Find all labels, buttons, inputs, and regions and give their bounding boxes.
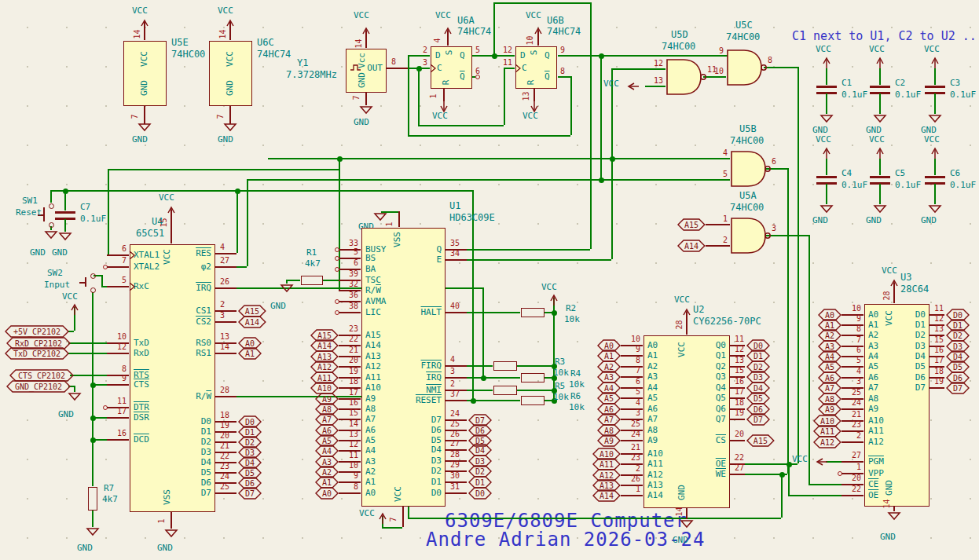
gnd-symbol[interactable] [45,231,57,240]
vcc-symbol[interactable] [875,147,885,159]
gnd-symbol[interactable] [86,528,99,536]
gnd-symbol[interactable] [165,529,178,538]
pulse-icon [350,64,361,71]
resistor-R2[interactable] [521,308,544,317]
chip-inner-label: GND [677,477,687,508]
pin-name: A10 [868,416,884,426]
gnd-symbol[interactable] [374,213,387,221]
pin-number: 29 [450,460,460,469]
vcc-symbol[interactable] [70,303,79,316]
pin-number: 3 [450,367,455,375]
wire-segment [467,365,493,367]
wire-segment [247,179,248,266]
gnd-label: GND [880,533,896,542]
pin-name: A11 [868,426,884,436]
wire-segment [787,168,789,474]
resistor-R3[interactable] [493,361,517,371]
wire-segment [590,2,592,249]
vcc-symbol[interactable] [930,147,940,159]
switch-SW1[interactable] [49,203,54,209]
resistor-ref: R5 [555,382,565,391]
resistor-R4[interactable] [521,373,544,382]
pin-name: A8 [365,404,376,414]
pin-number: 24 [220,472,229,481]
gate-U5C[interactable] [727,49,766,86]
pin-number: 21 [220,441,229,450]
wire-segment [504,68,515,69]
capacitor-C5[interactable] [870,176,890,178]
resistor-R7[interactable] [88,487,97,511]
gate-U5A[interactable] [731,218,770,254]
gnd-symbol[interactable] [138,123,151,132]
vcc-symbol[interactable] [549,294,559,306]
gnd-symbol[interactable] [929,205,941,214]
resistor-R1[interactable] [301,276,323,285]
vcc-symbol[interactable] [822,147,831,159]
capacitor-C3[interactable] [925,86,945,88]
pin-name: BS [365,254,376,263]
vcc-symbol[interactable] [930,57,940,69]
gate-U5D[interactable] [666,59,706,95]
gnd-symbol[interactable] [820,205,833,214]
pin-number: 4 [715,148,728,157]
net-label-text: GND_CP2102 [6,382,71,391]
switch-SW1[interactable] [49,222,54,228]
vcc-symbol[interactable] [822,57,831,69]
pin-name: D2 [867,331,926,340]
gnd-symbol[interactable] [680,520,693,529]
resistor-value: 4k7 [305,259,321,269]
resistor-R5[interactable] [493,386,517,395]
gnd-symbol[interactable] [874,205,886,214]
pin-name: A12 [868,437,884,447]
gnd-symbol[interactable] [360,106,372,115]
chip-ref: U5E [171,38,189,48]
schematic-canvas[interactable]: C1 next to U1, C2 to U2 ... 6309E/6809E … [0,0,979,560]
vcc-symbol[interactable] [629,80,638,93]
vcc-symbol[interactable] [875,57,885,69]
pin-number: 19 [220,421,229,430]
pin-name: D2 [383,467,442,476]
pin-stub [842,441,864,443]
gnd-symbol[interactable] [280,284,293,293]
gnd-symbol[interactable] [888,512,900,521]
wire-segment [570,76,572,135]
capacitor-C4[interactable] [816,176,837,178]
ff-r-label: R [526,78,536,87]
switch-SW2[interactable] [90,287,96,293]
gnd-symbol[interactable] [224,123,236,132]
net-label-text: A14 [592,492,621,500]
chip-ref: Y1 [297,58,308,68]
net-label-text: D7 [238,489,262,498]
capacitor-C1[interactable] [816,86,837,88]
switch-SW2[interactable] [90,273,96,279]
net-label-text: D1 [746,352,770,361]
gnd-symbol[interactable] [874,115,886,123]
ff-s-label: S [530,48,539,57]
capacitor-C6[interactable] [925,176,945,178]
gnd-symbol[interactable] [820,115,833,123]
pin-number: 12 [101,342,126,351]
vcc-symbol[interactable] [378,512,387,525]
pin-stub [107,353,129,354]
pin-number: 1 [385,221,394,226]
net-label-text: D0 [468,489,492,498]
gnd-symbol[interactable] [59,232,72,241]
resistor-R6[interactable] [521,396,544,405]
capacitor-C7[interactable] [55,211,75,214]
wire-segment [558,76,570,78]
gnd-symbol[interactable] [929,115,941,123]
wire-segment [108,169,109,254]
capacitor-C2[interactable] [870,86,890,88]
gate-value: 74HC00 [730,136,764,146]
gnd-symbol[interactable] [68,393,81,401]
pin-number: 7 [216,114,225,119]
gate-U5B[interactable] [731,151,770,187]
vcc-symbol[interactable] [817,456,827,468]
net-label-text: D7 [746,415,770,424]
resistor-ref: R6 [570,392,581,401]
pin-stub [621,440,643,441]
pin-number: 28 [220,386,229,394]
junction-dot [779,472,785,478]
wire-segment [934,93,936,114]
pin-stub [443,88,445,101]
